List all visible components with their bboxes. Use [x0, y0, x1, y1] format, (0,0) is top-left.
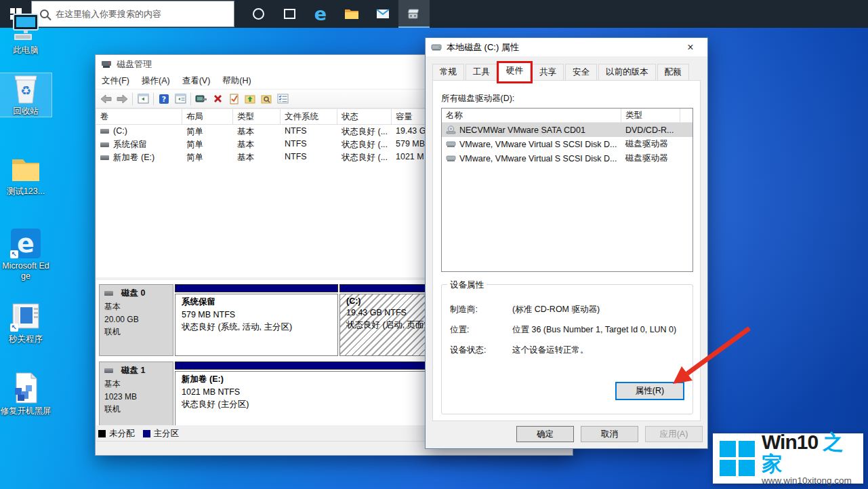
- disk-management-icon: [407, 8, 421, 20]
- field-device-status: 设备状态: 这个设备运转正常。: [450, 345, 684, 356]
- task-view-icon: [284, 9, 295, 19]
- properties-dialog: 本地磁盘 (C:) 属性 × 常规 工具 硬件 共享 安全 以前的版本 配额 所…: [425, 37, 708, 449]
- field-location: 位置: 位置 36 (Bus Number 1, Target Id 0, LU…: [450, 324, 684, 336]
- folder-up-icon[interactable]: [244, 93, 256, 105]
- dialog-button-row: 确定 取消 应用(A): [426, 420, 707, 448]
- tab-sharing[interactable]: 共享: [532, 64, 564, 81]
- svg-text:?: ?: [162, 95, 166, 104]
- shortcut-arrow-icon: ↖: [10, 250, 18, 258]
- drive-row-disk-1[interactable]: VMware, VMware Virtual S SCSI Disk D... …: [442, 137, 693, 151]
- dialog-tabs: 常规 工具 硬件 共享 安全 以前的版本 配额: [432, 65, 701, 81]
- tab-general[interactable]: 常规: [432, 64, 464, 81]
- edge-icon: e ↖: [9, 228, 42, 259]
- check-document-icon[interactable]: [228, 93, 240, 105]
- svg-text:e: e: [17, 229, 35, 258]
- field-manufacturer: 制造商: (标准 CD-ROM 驱动器): [450, 304, 684, 315]
- toolbar-separator: [132, 93, 133, 105]
- column-header-type[interactable]: 类型: [621, 109, 680, 122]
- menu-view[interactable]: 查看(V): [176, 75, 217, 87]
- task-view-button[interactable]: [274, 0, 305, 28]
- taskbar: 在这里输入你要搜索的内容 e: [0, 0, 868, 28]
- watermark-brand: Win10: [762, 431, 818, 453]
- cortana-button[interactable]: [243, 0, 274, 28]
- desktop-icon-this-pc[interactable]: 此电脑: [0, 12, 51, 56]
- help-icon[interactable]: ?: [158, 93, 170, 105]
- tab-security[interactable]: 安全: [565, 64, 597, 81]
- tab-hardware[interactable]: 硬件: [499, 62, 531, 81]
- desktop-icon-label: 秒关程序: [0, 334, 51, 345]
- window-detail-icon[interactable]: [174, 93, 186, 105]
- cd-drive-icon: [446, 125, 456, 134]
- drive-row-disk-2[interactable]: VMware, VMware Virtual S SCSI Disk D... …: [442, 151, 693, 165]
- svg-text:♻: ♻: [20, 84, 31, 98]
- taskbar-explorer-button[interactable]: [336, 0, 367, 28]
- disk-management-app-icon: [101, 60, 112, 69]
- menu-help[interactable]: 帮助(H): [216, 75, 257, 87]
- volume-icon: [100, 142, 109, 147]
- tab-previous-versions[interactable]: 以前的版本: [598, 64, 656, 81]
- red-highlight-annotation: [497, 61, 533, 83]
- volume-icon: [100, 155, 109, 160]
- desktop-icon-recycle-bin[interactable]: ♻ 回收站: [0, 73, 51, 117]
- legend-swatch-primary: [143, 430, 150, 437]
- windows-flag-icon: [720, 441, 755, 476]
- disk-drive-icon: [446, 155, 456, 162]
- desktop-icon-edge[interactable]: e ↖ Microsoft Edge: [0, 228, 51, 281]
- disk-icon: [104, 291, 113, 296]
- app-window-icon: ↖: [9, 301, 42, 332]
- taskbar-mail-button[interactable]: [367, 0, 398, 28]
- disk-1-label-panel[interactable]: 磁盘 1 基本 1023 MB 联机: [99, 361, 173, 425]
- column-header-filesystem[interactable]: 文件系统: [281, 109, 337, 124]
- ok-button[interactable]: 确定: [516, 426, 574, 442]
- search-icon: [40, 9, 49, 18]
- legend-unallocated: 未分配: [98, 428, 135, 439]
- taskbar-search-box[interactable]: 在这里输入你要搜索的内容: [31, 1, 234, 27]
- apply-button: 应用(A): [645, 426, 703, 442]
- console-icon[interactable]: [195, 93, 207, 105]
- disk-drive-icon: [446, 140, 456, 148]
- column-header-status[interactable]: 状态: [337, 109, 392, 124]
- window-panel-icon[interactable]: [137, 93, 149, 105]
- this-pc-icon: [9, 12, 42, 43]
- folder-search-icon[interactable]: [260, 93, 272, 105]
- desktop-icon-label: Microsoft Edge: [0, 261, 51, 281]
- properties-button[interactable]: 属性(R): [615, 382, 684, 400]
- partition-system-reserved[interactable]: 系统保留 579 MB NTFS 状态良好 (系统, 活动, 主分区): [175, 284, 338, 356]
- tab-tools[interactable]: 工具: [466, 64, 497, 81]
- desktop-icon-fix-black-screen[interactable]: 修复开机黑屏: [0, 373, 51, 416]
- desktop-icon-quick-close-app[interactable]: ↖ 秒关程序: [0, 301, 51, 345]
- file-explorer-icon: [344, 8, 359, 20]
- taskbar-edge-button[interactable]: e: [305, 0, 336, 28]
- dialog-titlebar[interactable]: 本地磁盘 (C:) 属性 ×: [426, 38, 707, 56]
- back-icon[interactable]: [100, 93, 112, 105]
- recycle-bin-icon: ♻: [9, 73, 42, 104]
- search-placeholder: 在这里输入你要搜索的内容: [56, 8, 161, 20]
- disk-0-label-panel[interactable]: 磁盘 0 基本 20.00 GB 联机: [99, 284, 173, 356]
- tab-quota[interactable]: 配额: [657, 64, 689, 81]
- close-icon[interactable]: ×: [679, 41, 702, 54]
- drive-row-cd[interactable]: NECVMWar VMware SATA CD01 DVD/CD-R...: [442, 123, 693, 137]
- cancel-button[interactable]: 取消: [581, 426, 638, 442]
- column-header-name[interactable]: 名称: [442, 109, 621, 122]
- registry-file-icon: [9, 373, 42, 404]
- column-header-type[interactable]: 类型: [233, 109, 281, 124]
- drive-list-header: 名称 类型: [442, 109, 693, 123]
- desktop-icon-label: 测试123...: [0, 187, 51, 197]
- menu-file[interactable]: 文件(F): [96, 75, 136, 87]
- desktop-icon-label: 回收站: [0, 106, 51, 117]
- win10-home-watermark: Win10 之家 www.win10xitong.com: [713, 433, 863, 484]
- column-header-layout[interactable]: 布局: [182, 109, 233, 124]
- taskbar-disk-management-button[interactable]: [398, 0, 430, 28]
- dialog-title: 本地磁盘 (C:) 属性: [447, 41, 519, 54]
- group-title: 设备属性: [447, 279, 487, 291]
- legend: 未分配 主分区: [98, 427, 179, 440]
- hardware-tab-page: 所有磁盘驱动器(D): 名称 类型 NECVMWar VMware SATA C…: [432, 80, 701, 421]
- menu-action[interactable]: 操作(A): [136, 75, 176, 87]
- desktop-icon-test-folder[interactable]: 测试123...: [0, 153, 51, 197]
- column-header-volume[interactable]: 卷: [96, 109, 182, 124]
- forward-icon[interactable]: [116, 93, 128, 105]
- volume-icon: [100, 129, 109, 134]
- delete-icon[interactable]: [211, 93, 224, 105]
- partition-color-bar: [175, 284, 338, 292]
- checklist-icon[interactable]: [276, 93, 289, 105]
